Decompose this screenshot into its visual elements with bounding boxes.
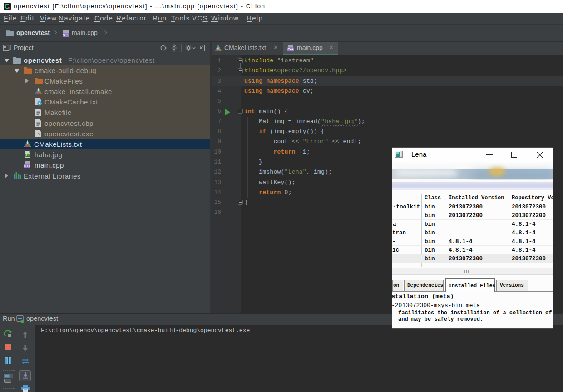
- svg-text:?: ?: [38, 132, 40, 137]
- svg-text:C++: C++: [288, 48, 293, 51]
- svg-text:C++: C++: [24, 164, 30, 168]
- svg-text:C++: C++: [63, 33, 69, 36]
